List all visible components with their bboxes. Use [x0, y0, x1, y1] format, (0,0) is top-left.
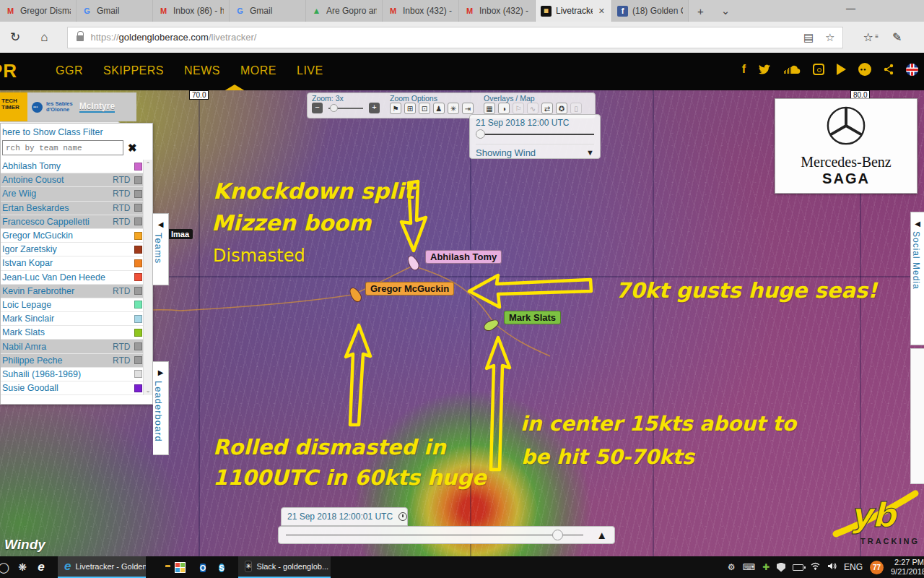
instagram-social-icon[interactable]	[813, 64, 824, 75]
skipper-color-chip[interactable]	[134, 204, 142, 212]
skipper-color-chip[interactable]	[134, 217, 142, 225]
taskbar-clock[interactable]: 2:27 PM 9/21/2018	[891, 558, 924, 577]
overlay-mode-dropdown-icon[interactable]: ▼	[586, 148, 594, 157]
skipper-row-igor-zaretskiy[interactable]: Igor Zaretskiy	[1, 243, 152, 256]
flickr-social-icon[interactable]	[858, 63, 871, 76]
reading-view-icon[interactable]: ▤	[803, 31, 814, 44]
nav-item-ggr[interactable]: GGR	[56, 64, 83, 77]
nav-item-live[interactable]: LIVE	[297, 64, 323, 77]
skipper-row-kevin-farebrother[interactable]: Kevin FarebrotherRTD	[1, 285, 152, 298]
edge-legacy-icon[interactable]: e	[32, 560, 51, 574]
skipper-row-philippe-peche[interactable]: Philippe PecheRTD	[1, 354, 152, 368]
timeline-play-icon[interactable]: ▲	[596, 529, 607, 541]
wifi-icon[interactable]	[811, 562, 820, 572]
team-search-input[interactable]	[2, 140, 123, 155]
grid-icon[interactable]: ▦	[484, 103, 495, 114]
skipper-color-chip[interactable]	[134, 287, 142, 295]
skipper-color-chip[interactable]	[134, 315, 142, 323]
ggr-logo-fragment[interactable]: PR	[0, 60, 17, 82]
skipper-row-are-wiig[interactable]: Are WiigRTD	[1, 187, 152, 201]
skipper-row-loic-lepage[interactable]: Loic Lepage	[1, 298, 152, 312]
leaderboard-side-tab[interactable]: ▶ Leaderboard	[153, 361, 169, 455]
antivirus-icon[interactable]: ✚	[762, 562, 770, 572]
skipper-color-chip[interactable]	[134, 190, 142, 198]
favorite-star-icon[interactable]: ☆	[825, 31, 834, 44]
twitter-social-icon[interactable]	[758, 64, 771, 75]
tab-list-button[interactable]: ⌄	[712, 4, 739, 17]
pinwheel-icon[interactable]: ❋	[13, 561, 32, 573]
clock-icon[interactable]	[398, 512, 407, 521]
soundcloud-social-icon[interactable]	[783, 64, 801, 74]
settings-gear-icon[interactable]: ⚙	[728, 562, 736, 572]
facebook-social-icon[interactable]: f	[742, 63, 746, 76]
youtube-play-social-icon[interactable]	[837, 64, 846, 75]
skipper-color-chip[interactable]	[134, 329, 142, 337]
timeline-track[interactable]	[286, 535, 583, 536]
skipper-row-abhilash-tomy[interactable]: Abhilash Tomy	[1, 160, 152, 173]
social-media-side-tab[interactable]: ◀ Social Media	[910, 212, 924, 345]
tab-close-icon[interactable]: ✕	[597, 7, 606, 16]
skipper-row-antoine-cousot[interactable]: Antoine CousotRTD	[1, 173, 152, 187]
skipper-color-chip[interactable]	[134, 356, 142, 364]
skipper-row-suhaili[interactable]: Suhaili (1968-1969)	[1, 368, 152, 381]
skipper-color-chip[interactable]	[134, 342, 142, 350]
timeline-knob[interactable]	[552, 530, 563, 540]
zoom-in-box-icon[interactable]: ⊞	[404, 103, 416, 114]
skype-icon[interactable]: S	[212, 561, 231, 574]
microsoft-store-icon[interactable]	[175, 562, 193, 573]
url-field[interactable]: https://goldengloberace.com/livetracker/…	[67, 27, 843, 48]
tab-gmail-1[interactable]: GGmail	[77, 0, 153, 22]
scroll-down-icon[interactable]: ⌄	[146, 387, 151, 394]
ruler-icon[interactable]: ∿	[527, 103, 539, 114]
language-indicator[interactable]: ENG	[844, 562, 863, 572]
skipper-row-istvan-kopar[interactable]: Istvan Kopar	[1, 256, 152, 270]
outlook-icon[interactable]: O	[193, 561, 212, 574]
uk-flag-icon[interactable]	[906, 64, 918, 76]
skipper-color-chip[interactable]	[134, 301, 142, 309]
tab-drive-doc[interactable]: ▲Are Gopro and Su	[306, 0, 383, 22]
nav-item-news[interactable]: NEWS	[184, 64, 220, 77]
tab-facebook[interactable]: f(18) Golden Glob	[612, 0, 689, 22]
collapse-teams-icon[interactable]: ◀	[158, 220, 164, 228]
flag-icon[interactable]: ⚑	[390, 103, 401, 114]
boat-label-abhilash-tomy[interactable]: Abhilash Tomy	[425, 250, 502, 264]
collapse-left-icon[interactable]: ◀	[915, 220, 920, 228]
dot-box-icon[interactable]: ⊡	[419, 103, 430, 114]
boat-label-mark-slats[interactable]: Mark Slats	[504, 311, 561, 324]
zoom-slider[interactable]	[328, 108, 363, 109]
zoom-out-button[interactable]: −	[312, 103, 323, 113]
skipper-row-susie-goodall[interactable]: Susie Goodall	[1, 381, 152, 395]
time-slider[interactable]	[476, 134, 594, 135]
notification-badge[interactable]: 77	[870, 561, 884, 574]
time-slider-knob[interactable]	[476, 129, 485, 139]
share-social-icon[interactable]	[884, 64, 894, 75]
skipper-color-chip[interactable]	[134, 246, 142, 254]
globe-icon[interactable]: ✪	[556, 103, 567, 114]
taskbar-task-slack[interactable]: ✳ Slack - goldenglob...	[238, 556, 331, 578]
skipper-color-chip[interactable]	[134, 384, 142, 392]
game-controller-icon[interactable]: ⌨	[743, 562, 755, 572]
shuffle-icon[interactable]: ⇄	[541, 103, 553, 114]
skipper-color-chip[interactable]	[134, 176, 142, 184]
tab-gregor-dismasted[interactable]: MGregor Dismasted	[0, 0, 77, 22]
hub-favorites-icon[interactable]: ☆≡	[863, 30, 873, 44]
skipper-color-chip[interactable]	[134, 273, 142, 281]
tab-inbox-86[interactable]: MInbox (86) - hello	[153, 0, 230, 22]
window-minimize-button[interactable]: —	[846, 3, 855, 14]
taskbar-task-livetracker[interactable]: e Livetracker - Golden...	[58, 556, 146, 578]
tab-inbox-432-b[interactable]: MInbox (432) - don	[459, 0, 536, 22]
scroll-up-icon[interactable]: ⌃	[146, 161, 151, 168]
cortana-icon[interactable]: ◯	[0, 561, 13, 573]
tab-livetracker-active[interactable]: ▦Livetracker - ✕	[536, 0, 612, 22]
zoom-slider-knob[interactable]	[330, 104, 338, 112]
battery-icon[interactable]	[793, 564, 803, 571]
expand-leaderboard-icon[interactable]: ▶	[158, 368, 164, 376]
group-icon[interactable]: ♟	[433, 103, 445, 114]
skipper-color-chip[interactable]	[134, 259, 142, 267]
sidebar-scrollbar[interactable]: ⌃ ⌄	[143, 160, 152, 395]
tab-inbox-432-a[interactable]: MInbox (432) - don	[383, 0, 459, 22]
tab-gmail-2[interactable]: GGmail	[230, 0, 306, 22]
web-notes-pen-icon[interactable]: ✎	[892, 30, 902, 44]
close-sidebar-icon[interactable]: ✖	[128, 142, 137, 155]
skipper-row-nabil-amra[interactable]: Nabil AmraRTD	[1, 340, 152, 353]
